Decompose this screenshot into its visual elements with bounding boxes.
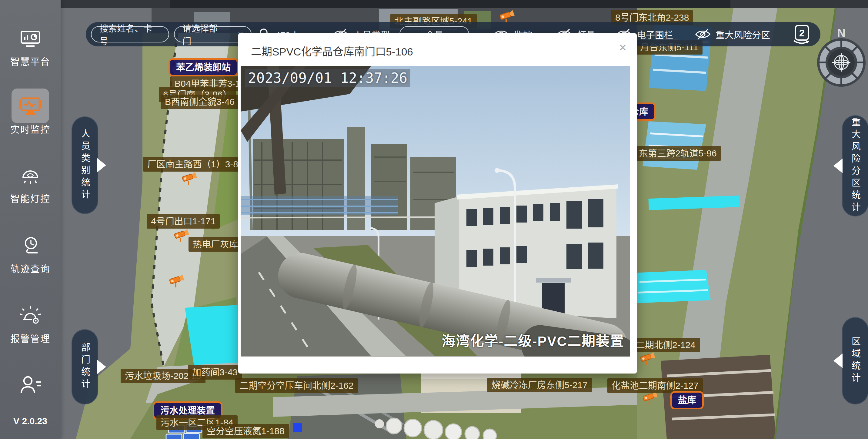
- tab-label: 重大风险分区统计: [851, 117, 860, 214]
- sidebar-item-label: 智慧平台: [0, 54, 61, 68]
- tab-部门统计[interactable]: 部门统计: [71, 329, 98, 404]
- map-label[interactable]: 烧碱冷冻厂房东侧5-217: [487, 378, 592, 392]
- tab-label: 人员类别统计: [80, 129, 89, 202]
- map-label[interactable]: 化盐池二期南侧2-127: [607, 378, 703, 393]
- map-marker[interactable]: 盐库: [671, 391, 704, 409]
- search-placeholder: 搜索姓名、卡号: [99, 22, 161, 47]
- tab-collapse-arrow-icon[interactable]: [97, 359, 106, 374]
- map-label[interactable]: 热电厂灰库: [188, 237, 243, 252]
- sidebar-item-4[interactable]: 轨迹查询: [0, 236, 61, 275]
- tab-collapse-arrow-icon[interactable]: [833, 158, 842, 173]
- sidebar-item-1[interactable]: 智慧平台: [0, 30, 61, 68]
- smart-plant-3d-view: 北主副路区域5-2418号门东北角2-238月台东侧5-111苯乙烯装卸站B04…: [0, 0, 868, 439]
- smart-lamp-icon: [19, 166, 42, 187]
- sidebar-item-3[interactable]: 智能灯控: [0, 166, 61, 205]
- camera-icon[interactable]: [643, 392, 658, 406]
- sidebar-item-user[interactable]: [0, 375, 61, 396]
- camera-icon[interactable]: [640, 352, 656, 367]
- cctv-frame: 2023/09/01 12:37:26 海湾化学-二级-PVC二期装置: [241, 66, 630, 356]
- map-label[interactable]: 空分空压液氮1-188: [203, 424, 289, 438]
- camera-dialog-title: 二期SPVC化学品仓库南门口5-106: [251, 43, 413, 59]
- cctv-timestamp: 2023/09/01 12:37:26: [245, 69, 410, 87]
- tab-collapse-arrow-icon[interactable]: [833, 353, 842, 368]
- sidebar-item-label: 报警管理: [0, 331, 61, 345]
- toggle-重大风险分区[interactable]: 重大风险分区: [695, 22, 770, 47]
- search-input[interactable]: 搜索姓名、卡号: [91, 26, 169, 42]
- camera-dialog: 二期SPVC化学品仓库南门口5-106 ×: [238, 33, 637, 374]
- sidebar-item-2[interactable]: 实时监控: [0, 96, 61, 136]
- map-label[interactable]: 加药间3-43: [188, 365, 242, 380]
- department-placeholder: 请选择部门: [182, 22, 224, 47]
- tab-collapse-arrow-icon[interactable]: [97, 158, 106, 173]
- track-query-icon: [19, 236, 42, 257]
- tab-重大风险分区统计[interactable]: 重大风险分区统计: [842, 115, 868, 216]
- close-icon[interactable]: ×: [619, 41, 626, 54]
- sidebar-item-label: 实时监控: [0, 122, 61, 136]
- map-label[interactable]: 厂区南主路西（1）3-85: [143, 157, 248, 172]
- platform-monitor-icon: [19, 30, 42, 50]
- sidebar-item-label: 智能灯控: [0, 191, 61, 205]
- compass-north-label: N: [837, 27, 845, 39]
- map-label[interactable]: 二期北侧2-124: [631, 338, 700, 352]
- view-switch-2d[interactable]: 2: [792, 22, 812, 47]
- alarm-manage-icon: [19, 305, 42, 327]
- user-list-icon: [18, 375, 42, 396]
- main-sidebar: 智慧平台实时监控智能灯控轨迹查询报警管理 V 2.0.23: [0, 0, 61, 439]
- eye-off-icon: [695, 29, 711, 40]
- camera-icon[interactable]: [174, 229, 190, 244]
- camera-icon[interactable]: [169, 275, 185, 289]
- sidebar-item-5[interactable]: 报警管理: [0, 305, 61, 345]
- tab-人员类别统计[interactable]: 人员类别统计: [71, 116, 98, 214]
- tab-label: 区域统计: [851, 336, 860, 385]
- map-label[interactable]: 4号门出口1-171: [147, 214, 220, 229]
- tab-区域统计[interactable]: 区域统计: [842, 317, 868, 404]
- map-label[interactable]: 东第三跨2轨道5-96: [634, 146, 721, 161]
- tab-label: 部门统计: [80, 343, 89, 391]
- cctv-still-image: [241, 66, 630, 356]
- map-label[interactable]: B西南侧全貌3-46: [161, 95, 239, 109]
- compass[interactable]: N: [815, 26, 868, 90]
- map-label[interactable]: 二期空分空压车间北侧2-162: [235, 378, 358, 393]
- realtime-monitor-icon: [18, 96, 42, 118]
- sidebar-item-label: 轨迹查询: [0, 261, 61, 275]
- camera-icon[interactable]: [182, 172, 197, 187]
- toggle-label: 重大风险分区: [716, 28, 770, 41]
- app-version: V 2.0.23: [0, 416, 61, 426]
- cctv-watermark: 海湾化学-二级-PVC二期装置: [442, 330, 625, 350]
- toggle-label: 电子围栏: [637, 28, 673, 41]
- map-marker[interactable]: 苯乙烯装卸站: [168, 58, 238, 77]
- view-switch-badge: 2: [799, 28, 805, 38]
